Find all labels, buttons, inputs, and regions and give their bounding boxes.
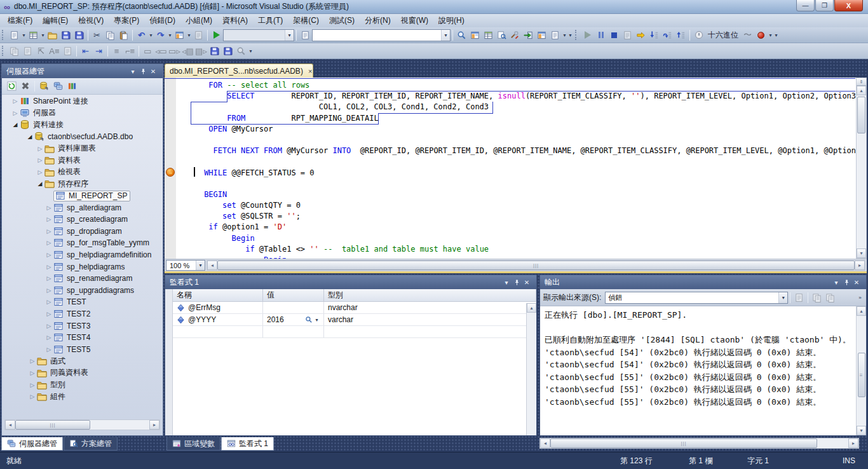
expand-arrow-icon[interactable]: ▷ <box>44 228 53 234</box>
editor-hscrollbar[interactable]: ◂ ||| ▸ <box>207 260 865 271</box>
toolbar2-overflow-icon[interactable]: ▾ <box>248 48 254 54</box>
scroll-down-icon[interactable]: ▾ <box>857 248 866 258</box>
output-header[interactable]: 輸出 ▾ ✕ <box>540 275 866 289</box>
menu-help[interactable]: 說明(H) <box>433 14 470 27</box>
start-debugging-button[interactable] <box>210 29 223 42</box>
expand-arrow-icon[interactable]: ▷ <box>11 110 20 116</box>
editor-splitter-handle[interactable]: ⇕ <box>857 78 866 86</box>
pin-icon[interactable] <box>138 66 148 76</box>
selected-tree-item[interactable]: MI_REPORT_SP <box>53 191 130 201</box>
tree-item-tables[interactable]: ▷資料表 <box>3 154 162 167</box>
collapse-arrow-icon[interactable]: ◢ <box>11 121 20 128</box>
close-panel-icon[interactable]: ✕ <box>148 66 158 76</box>
current-statement-indicator[interactable]: → <box>166 168 175 177</box>
scroll-left-icon[interactable]: ◂ <box>5 420 15 430</box>
expand-arrow-icon[interactable]: ▷ <box>28 393 37 400</box>
paste-button[interactable] <box>117 29 130 42</box>
toolbar2-grip[interactable] <box>2 46 4 56</box>
expand-arrow-icon[interactable]: ▷ <box>44 275 53 282</box>
tree-item-connection-ctaonb[interactable]: ◢ctaonb\secfud.AADB.dbo <box>3 131 162 143</box>
menu-architecture[interactable]: 架構(C) <box>288 14 324 27</box>
datatip-button[interactable]: 〜 <box>741 29 754 42</box>
tree-item-mi-report-sp[interactable]: MI_REPORT_SP <box>3 190 162 202</box>
navigate-backward-button[interactable] <box>173 29 186 42</box>
watch-vscrollbar[interactable]: ▴ <box>526 303 536 435</box>
scroll-right-icon[interactable]: ▸ <box>149 420 159 430</box>
expand-arrow-icon[interactable]: ▷ <box>44 287 53 294</box>
tab-server-explorer[interactable]: 伺服器總管 <box>1 437 63 451</box>
comment-button[interactable]: ≡ <box>110 44 123 58</box>
expand-arrow-icon[interactable]: ▷ <box>11 98 20 104</box>
next-message-button[interactable] <box>824 291 837 304</box>
next-bookmark-button[interactable]: ▭▹ <box>168 44 181 58</box>
window-position-icon[interactable]: ▾ <box>128 66 138 76</box>
expand-arrow-icon[interactable]: ▷ <box>28 370 37 376</box>
uncomment-button[interactable]: ⌐≡ <box>123 44 137 58</box>
magnifier-icon[interactable] <box>305 316 313 323</box>
scroll-left-icon[interactable]: ◂ <box>540 438 550 448</box>
expand-arrow-icon[interactable]: ▷ <box>44 205 53 211</box>
tree-item-data-connections[interactable]: ◢資料連接 <box>3 119 162 131</box>
tree-item-views[interactable]: ▷檢視表 <box>3 167 162 179</box>
copy-button[interactable] <box>104 29 117 42</box>
member-list-button[interactable] <box>8 44 21 58</box>
find-message-button[interactable] <box>792 291 806 304</box>
save-button[interactable] <box>59 29 72 42</box>
watch-row[interactable]: @YYYY 2016 ▾ varchar <box>173 314 536 326</box>
debug-overflow-icon[interactable]: ▾ <box>773 32 779 38</box>
window-position-icon[interactable]: ▾ <box>831 277 841 287</box>
command-window-button[interactable] <box>548 29 562 42</box>
watch-empty-row[interactable] <box>173 326 536 338</box>
new-diagram-button[interactable] <box>495 29 508 42</box>
tree-item-types[interactable]: ▷型別 <box>3 379 162 391</box>
close-panel-icon[interactable]: ✕ <box>522 277 532 287</box>
menu-data[interactable]: 資料(A) <box>217 14 253 27</box>
expand-arrow-icon[interactable]: ▷ <box>44 264 53 270</box>
connect-to-database-button[interactable] <box>37 79 51 93</box>
navigate-forward-button[interactable] <box>192 29 205 42</box>
expand-arrow-icon[interactable]: ▷ <box>28 382 37 388</box>
close-button[interactable]: X <box>834 0 863 11</box>
add-item-dropdown-icon[interactable]: ▾ <box>40 32 46 38</box>
tree-item-sp-alterdiagram[interactable]: ▷sp_alterdiagram <box>3 201 162 214</box>
cut-button[interactable]: ✂ <box>90 29 104 42</box>
document-tab[interactable]: dbo.MI_REPORT_S...nb\secfud.AADB) × <box>165 64 313 78</box>
breakpoints-dropdown-icon[interactable]: ▾ <box>768 32 773 38</box>
scroll-right-icon[interactable]: ▸ <box>855 261 865 270</box>
scroll-up-icon[interactable]: ▴ <box>857 86 866 95</box>
expand-arrow-icon[interactable]: ▷ <box>44 240 53 246</box>
transact-sql-combobox[interactable]: ▾ <box>223 29 294 41</box>
visualizer-dropdown-icon[interactable]: ▾ <box>314 317 320 323</box>
restore-button[interactable]: ❐ <box>815 0 834 11</box>
scroll-up-icon[interactable]: ▴ <box>857 306 866 316</box>
close-panel-icon[interactable]: ✕ <box>851 277 862 287</box>
tab-locals[interactable]: 區域變數 <box>166 437 220 451</box>
editor-vscrollbar[interactable]: ⇕ ▴ ▾ <box>856 78 867 259</box>
scroll-left-icon[interactable]: ◂ <box>207 261 217 270</box>
server-explorer-hscrollbar[interactable]: ◂ ||| ▸ <box>4 419 160 430</box>
show-next-statement-button[interactable] <box>634 29 648 42</box>
tree-item-sp-creatediagram[interactable]: ▷sp_creatediagram <box>3 214 162 226</box>
expand-arrow-icon[interactable]: ▷ <box>44 252 53 258</box>
save-all-button[interactable] <box>72 29 86 42</box>
tree-item-assemblies[interactable]: ▷組件 <box>3 391 162 403</box>
tree-item-test[interactable]: ▷TEST <box>3 296 162 308</box>
menu-test[interactable]: 測試(S) <box>324 14 360 27</box>
watch-grid[interactable]: 名稱 值 型別 @ErrMsg nvarchar @YYYY 2016 ▾ va… <box>165 289 536 435</box>
column-header-type[interactable]: 型別 <box>324 289 536 301</box>
menu-analyze[interactable]: 分析(N) <box>360 14 396 27</box>
step-into-button[interactable] <box>648 29 661 42</box>
pin-icon[interactable] <box>512 277 522 287</box>
output-vscrollbar[interactable]: ▴ ≡ ▾ <box>856 306 866 435</box>
navigate-dropdown-icon[interactable]: ▾ <box>186 32 192 38</box>
stop-refresh-button[interactable]: ✖ <box>18 79 32 93</box>
watch-header[interactable]: 監看式 1 ▾ ✕ <box>165 275 536 289</box>
hex-display-button[interactable]: 十六進位 <box>705 30 741 41</box>
continue-button[interactable] <box>581 29 594 42</box>
import-export-button[interactable] <box>522 29 535 42</box>
tree-item-stored-procedures[interactable]: ◢預存程序 <box>3 178 162 190</box>
toolbar-overflow-icon[interactable]: ▾ <box>567 32 573 38</box>
expand-arrow-icon[interactable]: ▷ <box>44 346 53 353</box>
find-dropdown-icon[interactable]: ▾ <box>441 30 450 41</box>
expand-arrow-icon[interactable]: ▷ <box>36 169 44 175</box>
